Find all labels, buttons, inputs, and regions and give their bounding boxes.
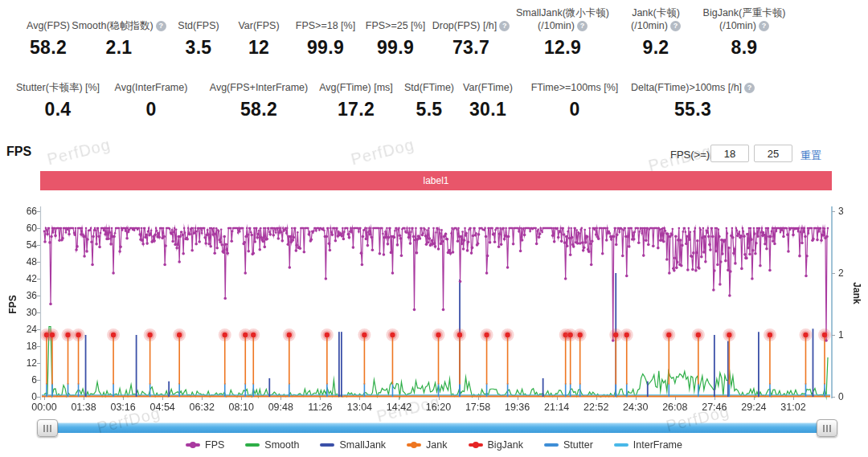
perfdog-dashboard: Avg(FPS)58.2Smooth(稳帧指数)?2.1Std(FPS)3.5V…: [0, 0, 868, 457]
x-tick-label: 03:16: [104, 402, 141, 413]
y-left-tick-label: 36: [14, 290, 37, 301]
y-right-tick-label: 1: [838, 329, 844, 341]
y-left-tick-label: 66: [14, 206, 37, 217]
legend-marker-icon: [407, 443, 421, 447]
x-tick-label: 21:14: [538, 402, 575, 413]
x-tick-label: 08:10: [223, 402, 260, 413]
x-tick-label: 27:46: [696, 402, 733, 413]
x-tick-label: 26:08: [657, 402, 694, 413]
y-left-tick-label: 42: [14, 273, 37, 284]
chart-legend: FPSSmoothSmallJankJankBigJankStutterInte…: [0, 439, 868, 451]
legend-label: Stutter: [563, 439, 593, 451]
x-tick-label: 01:38: [65, 402, 102, 413]
x-tick-label: 06:32: [183, 402, 220, 413]
legend-label: BigJank: [488, 439, 523, 451]
x-tick-label: 19:36: [499, 402, 536, 413]
legend-item-stutter[interactable]: Stutter: [544, 439, 593, 451]
x-tick-label: 09:48: [262, 402, 299, 413]
x-tick-label: 04:54: [144, 402, 181, 413]
legend-item-jank[interactable]: Jank: [407, 439, 447, 451]
x-tick-label: 00:00: [26, 402, 63, 413]
y-left-tick-label: 18: [14, 341, 37, 352]
x-tick-label: 11:26: [301, 402, 338, 413]
legend-item-bigjank[interactable]: BigJank: [469, 439, 523, 451]
y-left-tick-label: 48: [14, 256, 37, 267]
y-right-tick-label: 2: [838, 267, 844, 279]
y-left-tick-label: 0: [14, 391, 37, 402]
y-left-tick-label: 24: [14, 324, 37, 335]
y-left-tick-label: 6: [14, 374, 37, 386]
legend-item-smalljank[interactable]: SmallJank: [320, 439, 386, 451]
x-tick-label: 29:24: [735, 402, 772, 413]
y-left-tick-label: 12: [14, 357, 37, 369]
y-right-tick-label: 0: [838, 391, 844, 402]
y-axis-right-label: Jank: [851, 282, 862, 304]
legend-marker-icon: [186, 443, 200, 447]
y-left-tick-label: 60: [14, 222, 37, 234]
y-right-tick-label: 3: [838, 206, 844, 217]
x-tick-label: 16:20: [420, 402, 457, 413]
grip-icon: [826, 425, 828, 432]
chart-scrollbar-track[interactable]: [40, 422, 836, 433]
legend-marker-icon: [320, 443, 334, 447]
x-tick-label: 14:42: [380, 402, 417, 413]
legend-item-smooth[interactable]: Smooth: [245, 439, 299, 451]
legend-marker-icon: [469, 443, 483, 447]
legend-item-fps[interactable]: FPS: [186, 439, 224, 451]
legend-label: InterFrame: [633, 439, 682, 451]
x-tick-label: 22:52: [578, 402, 615, 413]
legend-label: Smooth: [264, 439, 299, 451]
scrollbar-left-handle[interactable]: [37, 419, 58, 437]
grip-icon: [47, 425, 48, 432]
x-tick-label: 13:04: [341, 402, 378, 413]
legend-label: SmallJank: [339, 439, 386, 451]
legend-marker-icon: [614, 443, 628, 447]
legend-marker-icon: [245, 443, 260, 447]
x-tick-label: 17:58: [460, 402, 497, 413]
x-tick-label: 31:02: [775, 402, 812, 413]
legend-label: FPS: [205, 439, 224, 451]
legend-label: Jank: [426, 439, 447, 451]
fps-chart-canvas[interactable]: [0, 0, 868, 457]
legend-item-interframe[interactable]: InterFrame: [614, 439, 682, 451]
y-left-tick-label: 30: [14, 307, 37, 318]
legend-marker-icon: [544, 443, 559, 447]
y-left-tick-label: 54: [14, 239, 37, 251]
scrollbar-right-handle[interactable]: [817, 419, 837, 437]
x-tick-label: 24:30: [617, 402, 654, 413]
